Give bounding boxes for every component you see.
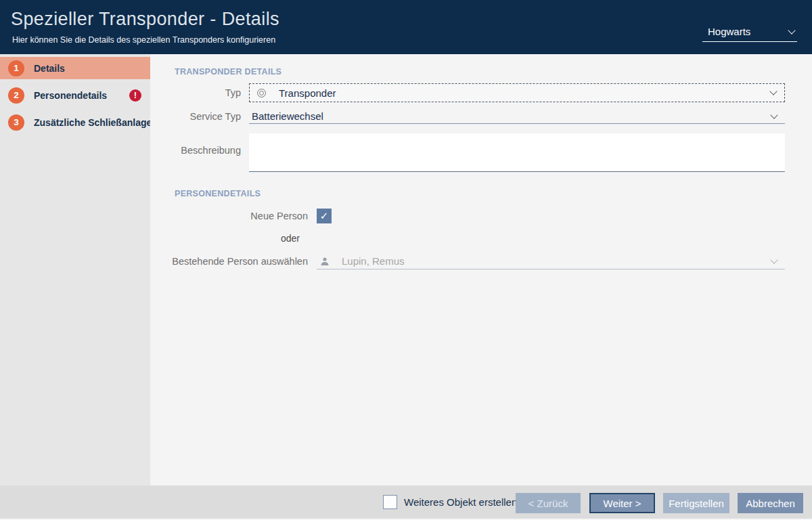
abbrechen-button[interactable]: Abbrechen: [738, 493, 803, 513]
chevron-down-icon: [769, 87, 777, 95]
neue-person-label: Neue Person: [150, 209, 317, 224]
typ-row: Typ Transponder: [150, 83, 785, 102]
bestehende-person-row: Bestehende Person auswählen Lupin, Remus: [150, 253, 785, 269]
neue-person-row: Neue Person ✓: [150, 209, 785, 224]
wizard-header: Spezieller Transponder - Details Hier kö…: [0, 0, 812, 54]
step-personendetails[interactable]: 2 Personendetails !: [0, 84, 150, 106]
transponder-icon: [257, 89, 266, 98]
step-number-badge: 2: [8, 87, 24, 104]
section-title-transponder-details: TRANSPONDER DETAILS: [175, 67, 281, 78]
weiter-button[interactable]: Weiter >: [589, 493, 655, 513]
service-typ-row: Service Typ Batteriewechsel: [150, 109, 785, 124]
weiteres-objekt-checkbox[interactable]: [383, 495, 397, 509]
chevron-down-icon: [788, 26, 795, 34]
project-selector-value: Hogwarts: [708, 26, 750, 37]
step-details[interactable]: 1 Details: [0, 57, 150, 79]
wizard-steps-sidebar: 1 Details 2 Personendetails ! 3 Zusätzli…: [0, 54, 150, 485]
error-icon: !: [129, 89, 141, 102]
bestehende-person-label: Bestehende Person auswählen: [150, 253, 317, 269]
step-number-badge: 3: [8, 114, 24, 131]
zurueck-button[interactable]: < Zurück: [516, 493, 581, 513]
beschreibung-textarea[interactable]: [249, 133, 785, 172]
fertigstellen-button[interactable]: Fertigstellen: [663, 493, 729, 513]
typ-dropdown[interactable]: Transponder: [249, 83, 785, 102]
beschreibung-label: Beschreibung: [150, 133, 249, 172]
project-selector[interactable]: Hogwarts: [702, 24, 797, 42]
oder-label: oder: [150, 232, 317, 244]
chevron-down-icon: [770, 256, 777, 263]
typ-label: Typ: [150, 83, 249, 102]
page-subtitle: Hier können Sie die Details des speziell…: [12, 35, 275, 45]
wizard-footer: Weiteres Objekt erstellen < Zurück Weite…: [0, 485, 812, 520]
bestehende-person-value: Lupin, Remus: [342, 255, 405, 267]
bestehende-person-dropdown[interactable]: Lupin, Remus: [317, 253, 785, 269]
person-icon: [320, 257, 330, 266]
form-panel: TRANSPONDER DETAILS Typ Transponder Serv…: [150, 54, 812, 485]
section-title-personendetails: PERSONENDETAILS: [175, 189, 261, 200]
service-typ-label: Service Typ: [150, 109, 249, 124]
checkmark-icon: ✓: [320, 209, 329, 223]
step-number-badge: 1: [8, 60, 24, 77]
beschreibung-row: Beschreibung: [150, 133, 785, 172]
typ-value: Transponder: [279, 87, 336, 99]
neue-person-checkbox[interactable]: ✓: [317, 209, 332, 223]
weiteres-objekt-label: Weiteres Objekt erstellen: [404, 485, 517, 519]
service-typ-value: Batteriewechsel: [252, 109, 785, 123]
step-zusaetzliche-schliessanlagen[interactable]: 3 Zusätzliche Schließanlagen: [0, 111, 150, 133]
service-typ-dropdown[interactable]: Batteriewechsel: [249, 109, 785, 124]
page-title: Spezieller Transponder - Details: [11, 9, 279, 30]
oder-row: oder: [150, 232, 785, 244]
